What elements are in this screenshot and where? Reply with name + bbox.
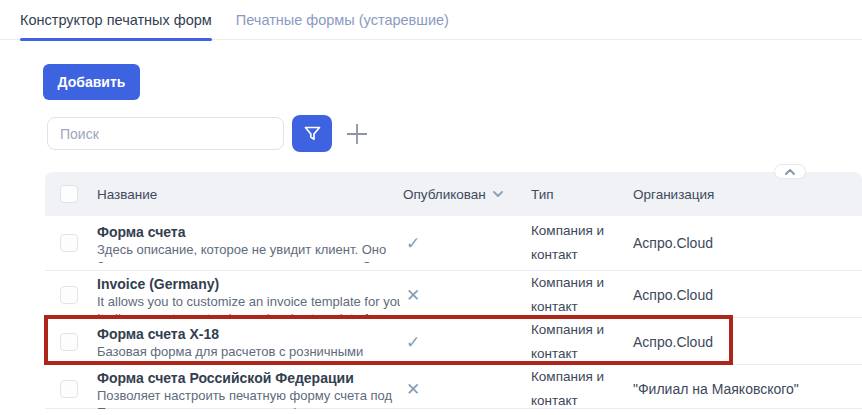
tab-label: Печатные формы (устаревшие) [236, 12, 449, 28]
form-description-clipped: Позволяет настроить печатную форму счета… [97, 404, 400, 409]
forms-table: Название Опубликован Тип Организация Фор… [45, 172, 862, 409]
form-type: Компания и контакт [531, 318, 633, 366]
column-header-type: Тип [531, 187, 633, 202]
search-input[interactable] [47, 117, 284, 150]
row-checkbox[interactable] [60, 380, 78, 398]
tab-legacy-print-forms[interactable]: Печатные формы (устаревшие) [236, 0, 449, 39]
published-check-icon: ✓ [400, 234, 420, 253]
form-type: Компания и контакт [531, 271, 633, 319]
add-filter-button[interactable] [343, 121, 371, 147]
form-name: Форма счета X-18 [97, 325, 400, 343]
row-checkbox[interactable] [60, 333, 78, 351]
table-row[interactable]: Форма счета Здесь описание, которое не у… [45, 216, 862, 271]
form-name: Форма счета Российской Федерации [97, 369, 400, 387]
form-description-clipped: Здесь описание, которое не увидит клиент… [97, 258, 400, 263]
form-organization: "Филиал на Маяковского" [633, 381, 862, 397]
table-row[interactable]: Форма счета Российской Федерации Позволя… [45, 365, 862, 409]
form-description: Позволяет настроить печатную форму счета… [97, 387, 400, 404]
print-forms-page: Конструктор печатных форм Печатные формы… [0, 0, 862, 415]
table-row-highlighted[interactable]: Форма счета X-18 Базовая форма для расче… [45, 318, 862, 365]
table-header-row: Название Опубликован Тип Организация [45, 172, 862, 216]
published-cross-icon: ✕ [400, 380, 420, 399]
form-type: Компания и контакт [531, 365, 633, 413]
form-organization: Аспро.Cloud [633, 287, 862, 303]
collapse-table-button[interactable] [774, 164, 806, 179]
form-description: Здесь описание, которое не увидит клиент… [97, 241, 400, 258]
form-name: Форма счета [97, 223, 400, 241]
column-header-organization: Организация [633, 187, 862, 202]
column-header-published[interactable]: Опубликован [400, 187, 531, 202]
row-checkbox[interactable] [60, 234, 78, 252]
form-description-clipped: It allows you to customize an invoice te… [97, 310, 400, 315]
select-all-checkbox[interactable] [60, 185, 78, 203]
form-type: Компания и контакт [531, 219, 633, 267]
tab-bar: Конструктор печатных форм Печатные формы… [0, 0, 862, 40]
filter-button[interactable] [292, 115, 332, 152]
tab-label: Конструктор печатных форм [20, 12, 212, 28]
form-organization: Аспро.Cloud [633, 235, 862, 251]
published-cross-icon: ✕ [400, 286, 420, 305]
row-checkbox[interactable] [60, 286, 78, 304]
chevron-up-icon [785, 169, 795, 175]
form-description: Базовая форма для расчетов с розничными [97, 343, 400, 360]
funnel-icon [304, 126, 321, 141]
column-header-name: Название [97, 187, 400, 202]
add-button[interactable]: Добавить [43, 64, 140, 100]
table-row[interactable]: Invoice (Germany) It allows you to custo… [45, 271, 862, 318]
form-organization: Аспро.Cloud [633, 334, 862, 350]
published-check-icon: ✓ [400, 333, 420, 352]
form-name: Invoice (Germany) [97, 275, 400, 293]
header-checkbox-cell [45, 185, 97, 203]
plus-icon [345, 122, 369, 146]
tab-print-form-constructor[interactable]: Конструктор печатных форм [20, 0, 212, 39]
form-description: It allows you to customize an invoice te… [97, 293, 400, 310]
chevron-down-icon [493, 191, 503, 197]
